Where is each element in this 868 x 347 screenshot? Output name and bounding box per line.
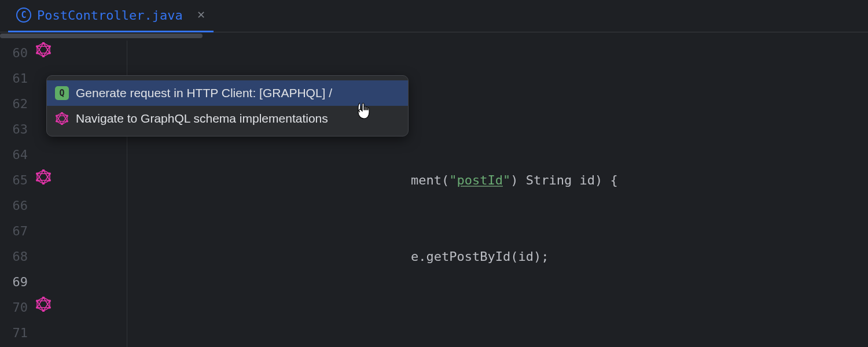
- line-number: 69: [12, 270, 28, 295]
- graphql-icon[interactable]: [36, 295, 51, 320]
- line-number: 71: [12, 320, 28, 346]
- gutter-line: 68: [0, 244, 127, 270]
- graphql-icon[interactable]: [36, 168, 51, 193]
- gutter-line: 69: [0, 270, 127, 295]
- line-number: 62: [12, 91, 28, 117]
- svg-point-17: [36, 300, 38, 302]
- svg-point-1: [49, 45, 51, 47]
- line-number: 66: [12, 193, 28, 219]
- tab-bar: C PostController.java ✕: [0, 0, 868, 32]
- gutter-line: 71: [0, 320, 127, 346]
- svg-point-10: [36, 179, 38, 182]
- close-icon[interactable]: ✕: [197, 10, 205, 20]
- graphql-icon: [55, 112, 69, 125]
- gutter-line: 60: [0, 40, 127, 66]
- svg-point-11: [36, 172, 38, 175]
- java-class-icon: C: [16, 8, 31, 23]
- http-request-icon: Q: [55, 86, 69, 100]
- popup-item-navigate-graphql-schema[interactable]: Navigate to GraphQL schema implementatio…: [47, 106, 408, 131]
- svg-point-8: [49, 179, 51, 182]
- line-number: 67: [12, 219, 28, 244]
- tab-filename: PostController.java: [37, 8, 183, 23]
- intention-actions-popup: Q Generate request in HTTP Client: [GRAP…: [46, 75, 409, 136]
- code-line: e.getPostById(id);: [127, 244, 868, 270]
- horizontal-scrollbar-thumb[interactable]: [0, 34, 203, 38]
- line-number: 68: [12, 244, 28, 270]
- gutter-line: 64: [0, 142, 127, 168]
- svg-point-2: [49, 52, 51, 54]
- horizontal-scrollbar-track: [0, 34, 868, 40]
- line-number: 61: [12, 66, 28, 91]
- svg-point-14: [49, 307, 51, 309]
- line-number: 60: [12, 40, 28, 66]
- svg-point-16: [36, 307, 38, 309]
- popup-item-label: Navigate to GraphQL schema implementatio…: [76, 112, 328, 125]
- code-line: [127, 320, 868, 346]
- line-number: 63: [12, 117, 28, 142]
- gutter-line: 70: [0, 295, 127, 320]
- svg-point-4: [36, 52, 38, 54]
- svg-point-23: [56, 115, 58, 117]
- gutter-line: 65: [0, 168, 127, 193]
- line-number: 70: [12, 295, 28, 320]
- svg-point-13: [49, 300, 51, 302]
- svg-point-22: [56, 120, 58, 123]
- gutter-line: 66: [0, 193, 127, 219]
- line-number: 65: [12, 168, 28, 193]
- svg-point-20: [66, 120, 68, 123]
- code-line: ment("postId") String id) {: [127, 168, 868, 193]
- graphql-icon[interactable]: [36, 40, 51, 66]
- popup-item-label: Generate request in HTTP Client: [GRAPHQ…: [76, 86, 332, 100]
- line-number: 64: [12, 142, 28, 168]
- svg-point-19: [66, 115, 68, 117]
- popup-item-generate-http-request[interactable]: Q Generate request in HTTP Client: [GRAP…: [47, 80, 408, 106]
- file-tab[interactable]: C PostController.java ✕: [8, 0, 214, 32]
- gutter-line: 67: [0, 219, 127, 244]
- svg-point-7: [49, 172, 51, 175]
- svg-point-5: [36, 45, 38, 47]
